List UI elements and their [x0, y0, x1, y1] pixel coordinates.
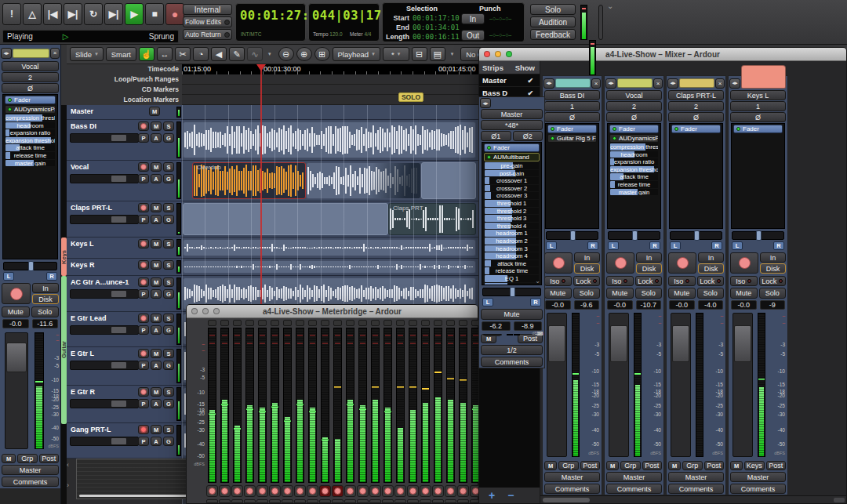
strip-comments-button[interactable]: Comments: [2, 477, 59, 487]
plugin-control[interactable]: master gain: [5, 160, 55, 167]
dynamics-led[interactable]: [8, 107, 12, 111]
track-gain-slider[interactable]: [70, 325, 139, 335]
record-enable-button[interactable]: [332, 485, 344, 497]
master-phase-right-button[interactable]: Ø2: [513, 131, 543, 141]
pan-left-button[interactable]: L: [482, 298, 493, 306]
record-enable-button[interactable]: [369, 485, 381, 497]
track-mute-button[interactable]: M: [151, 314, 162, 323]
mute-button[interactable]: [344, 499, 356, 503]
strip-comments-button[interactable]: Comments: [544, 484, 600, 494]
master-output-button[interactable]: 1/2: [481, 345, 543, 355]
punch-out-button[interactable]: Out: [461, 30, 485, 41]
strip-color-swatch[interactable]: [617, 78, 653, 88]
follow-edits-button[interactable]: Follow Edits: [183, 16, 232, 27]
tempo-display[interactable]: Tempo 120.0: [313, 31, 343, 37]
cd-markers-ruler[interactable]: [182, 85, 478, 95]
track-solo-button[interactable]: S: [163, 314, 174, 323]
record-enable-button[interactable]: [244, 485, 256, 497]
plugin-control[interactable]: crossover 1: [485, 177, 539, 184]
record-enable-button[interactable]: [457, 485, 469, 497]
strip-processor-box[interactable]: FaderGuitar Rig 5 FX: [545, 123, 599, 229]
strip-input-button[interactable]: In: [698, 252, 724, 263]
feedback-button[interactable]: Feedback: [530, 29, 576, 40]
strip-metering-button[interactable]: M: [544, 461, 557, 470]
strip-peak-display[interactable]: -11.6: [32, 319, 59, 328]
plugin-control[interactable]: headroom 2: [485, 237, 539, 245]
record-enable-button[interactable]: [219, 485, 231, 497]
strip-gain-display[interactable]: -0.0: [545, 300, 571, 310]
solo-button[interactable]: Solo: [530, 4, 576, 15]
meter-peak-button[interactable]: [283, 320, 292, 326]
strip-disk-button[interactable]: Disk: [698, 263, 724, 274]
track-mute-button[interactable]: M: [151, 121, 162, 131]
pan-left-button[interactable]: L: [546, 241, 557, 250]
track-a-button[interactable]: A: [151, 174, 162, 183]
meter-peak-button[interactable]: [371, 320, 380, 326]
track-a-button[interactable]: A: [151, 361, 162, 370]
strip-processor-box[interactable]: Fader: [669, 123, 723, 229]
strip-peak-display[interactable]: -9: [760, 300, 786, 310]
track-g-button[interactable]: G: [163, 399, 174, 408]
plugin-control[interactable]: compression threshold: [610, 143, 658, 150]
mute-button[interactable]: [332, 499, 344, 503]
go-to-start-button[interactable]: |◀: [43, 3, 62, 25]
strip-processor-box[interactable]: Fader AUDynamicsPro compression threshol…: [2, 94, 58, 259]
hscroll-handle[interactable]: [543, 498, 590, 502]
strip-narrow-button[interactable]: ◂▸: [480, 98, 491, 108]
pan-right-button[interactable]: R: [587, 241, 598, 250]
shrink-tracks-button[interactable]: ⊟: [412, 47, 427, 61]
fader-processor[interactable]: Fader: [609, 125, 659, 133]
track-record-button[interactable]: [138, 277, 149, 287]
strip-iso-button[interactable]: Iso: [606, 276, 634, 286]
strip-group-button[interactable]: Grp: [682, 461, 703, 470]
track-solo-button[interactable]: S: [163, 277, 174, 287]
strip-disk-button[interactable]: Disk: [636, 263, 662, 274]
sync-source-button[interactable]: Internal: [183, 4, 232, 15]
master-pan-slider[interactable]: [482, 288, 541, 296]
meterbridge-titlebar[interactable]: a4-Live-Show – Meterbridge – Ardour: [187, 305, 478, 318]
strip-number-button[interactable]: 1: [730, 101, 786, 111]
strip-input-button[interactable]: In: [760, 252, 786, 263]
strip-peak-display[interactable]: -9.6: [574, 300, 600, 310]
strip-output-button[interactable]: Master: [730, 472, 786, 482]
ruler-area[interactable]: 01:15:00 00:01:30:00 00:01:45:00 SOLO: [182, 64, 478, 105]
mute-button[interactable]: [457, 499, 469, 503]
strip-pan-slider[interactable]: [546, 231, 598, 240]
meter-display[interactable]: Meter 4/4: [350, 31, 371, 37]
strip-processor-box[interactable]: Fader: [731, 123, 785, 229]
track-gain-slider[interactable]: [70, 361, 139, 370]
master-gain-fader[interactable]: [483, 334, 502, 335]
secondary-clock[interactable]: 044|03|1732 Tempo 120.0 Meter 4/4: [308, 3, 380, 42]
record-enable-button[interactable]: [256, 485, 268, 497]
track-header[interactable]: E Gtr LeadMSPAG: [67, 312, 182, 347]
strip-gain-display[interactable]: -0.0: [2, 319, 29, 328]
track-record-button[interactable]: [138, 260, 149, 270]
mute-button[interactable]: [407, 499, 419, 503]
strip-lock-button[interactable]: Lock: [573, 276, 601, 286]
strip-phase-button[interactable]: Ø: [668, 112, 724, 122]
track-mute-button[interactable]: M: [151, 277, 162, 287]
mute-button[interactable]: [432, 499, 444, 503]
mute-button[interactable]: [382, 499, 394, 503]
strip-narrow-button[interactable]: ◂▸: [605, 78, 616, 89]
pan-left-button[interactable]: L: [3, 272, 14, 281]
primary-clock[interactable]: 00:01:27:13 INT/MTC: [235, 3, 306, 42]
strip-close-button[interactable]: ×: [50, 48, 60, 59]
loop-button[interactable]: ↻: [84, 3, 103, 25]
strip-solo-button[interactable]: Solo: [697, 288, 725, 299]
strip-meter-point-button[interactable]: Post: [642, 461, 663, 470]
ruler-label-cd-markers[interactable]: CD Markers: [142, 85, 179, 95]
visible-check-icon[interactable]: ✔: [527, 89, 533, 97]
strip-mute-button[interactable]: Mute: [544, 288, 572, 299]
meter-peak-button[interactable]: [308, 320, 317, 326]
strip-peak-display[interactable]: -10.7: [636, 300, 662, 310]
strip-disk-button[interactable]: Disk: [760, 263, 786, 274]
track-solo-button[interactable]: S: [163, 387, 174, 397]
mute-button[interactable]: [219, 499, 231, 503]
plugin-control[interactable]: crossover 2: [485, 185, 539, 192]
track-mute-button[interactable]: M: [151, 162, 162, 172]
track-record-button[interactable]: [138, 314, 149, 323]
record-enable-button[interactable]: [445, 485, 456, 497]
track-g-button[interactable]: G: [163, 361, 174, 370]
meter-peak-button[interactable]: [396, 320, 405, 326]
